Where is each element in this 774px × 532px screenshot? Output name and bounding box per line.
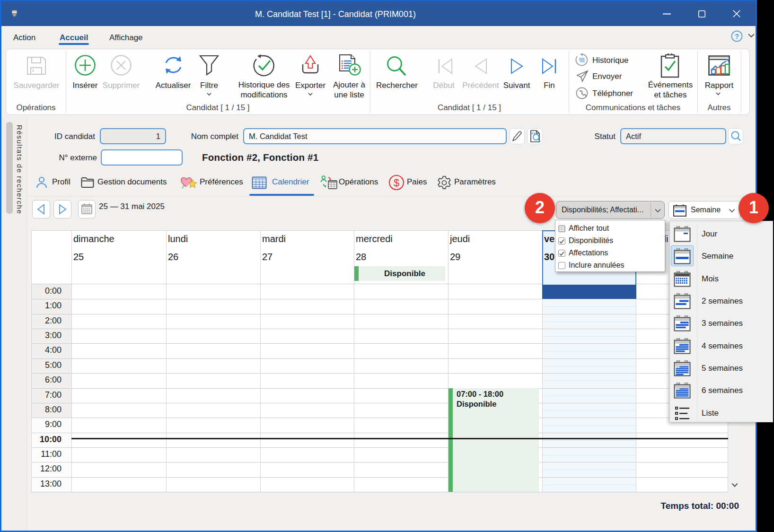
svg-text:$: $ [394, 177, 399, 189]
svg-text:?: ? [735, 32, 739, 40]
